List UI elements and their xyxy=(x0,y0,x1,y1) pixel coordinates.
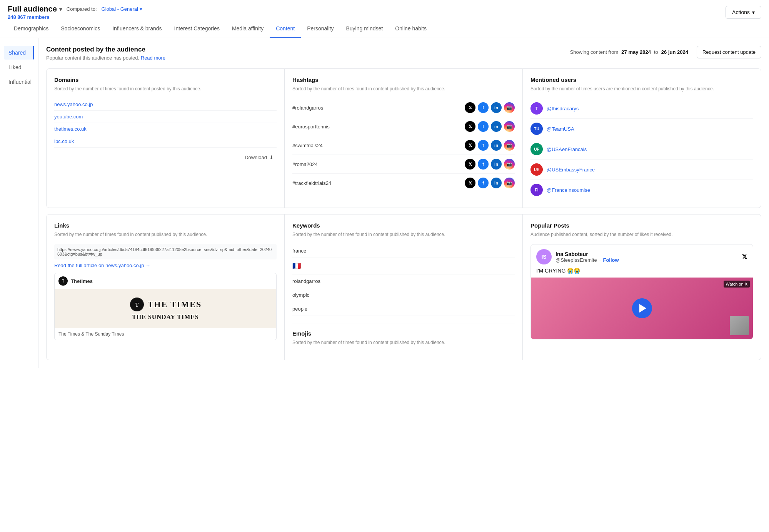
tab-content[interactable]: Content xyxy=(270,20,301,38)
keyword-text: france xyxy=(292,248,306,254)
facebook-icon[interactable]: f xyxy=(478,140,489,151)
tab-influencers-brands[interactable]: Influencers & brands xyxy=(106,20,168,38)
link-url: https://news.yahoo.co.jp/articles/dbc574… xyxy=(54,244,277,259)
content-sidebar: Shared Liked Influential xyxy=(0,38,38,368)
audience-chevron-icon: ▾ xyxy=(59,6,62,12)
tab-personality[interactable]: Personality xyxy=(301,20,340,38)
follow-button[interactable]: Follow xyxy=(603,257,619,263)
user-avatar: UF xyxy=(530,143,543,155)
user-handle-link[interactable]: @thisdracarys xyxy=(547,106,579,111)
hashtag-name: #eurosporttennis xyxy=(292,124,330,130)
hashtag-row: #eurosporttennis 𝕏 f in 📷 xyxy=(292,117,515,136)
user-handle-link[interactable]: @USEmbassyFrance xyxy=(547,167,595,173)
read-more-link[interactable]: Read more xyxy=(141,55,165,61)
mentioned-user-row: UE @USEmbassyFrance xyxy=(530,160,753,180)
instagram-icon[interactable]: 📷 xyxy=(504,178,515,188)
keyword-text: rolandgarros xyxy=(292,278,320,284)
popular-post-card: IS Ina Saboteur @SleepIssEremite · Follo… xyxy=(530,244,753,339)
twitter-icon[interactable]: 𝕏 xyxy=(465,121,475,132)
tab-demographics[interactable]: Demographics xyxy=(8,20,55,38)
mentioned-user-row: T @thisdracarys xyxy=(530,98,753,119)
hashtag-row: #swimtrials24 𝕏 f in 📷 xyxy=(292,136,515,155)
times-line2: THE SUNDAY TIMES xyxy=(62,314,269,321)
instagram-icon[interactable]: 📷 xyxy=(504,140,515,151)
emojis-title: Emojis xyxy=(292,330,515,337)
sidebar-item-liked[interactable]: Liked xyxy=(4,60,34,74)
linkedin-icon[interactable]: in xyxy=(491,121,502,132)
tab-socioeconomics[interactable]: Socioeconomics xyxy=(55,20,106,38)
audience-title[interactable]: Full audience ▾ xyxy=(8,5,62,13)
content-section-subtitle: Popular content this audience has posted… xyxy=(46,55,165,61)
facebook-icon[interactable]: f xyxy=(478,159,489,170)
user-avatar: FI xyxy=(530,184,543,196)
main-content: Content posted by the audience Popular c… xyxy=(38,38,769,368)
tab-buying-mindset[interactable]: Buying mindset xyxy=(340,20,389,38)
sidebar-item-shared[interactable]: Shared xyxy=(4,46,34,60)
twitter-icon[interactable]: 𝕏 xyxy=(465,159,475,170)
user-avatar: UE xyxy=(530,163,543,176)
instagram-icon[interactable]: 📷 xyxy=(504,159,515,170)
domain-link[interactable]: news.yahoo.co.jp xyxy=(54,98,277,111)
user-avatar: TU xyxy=(530,123,543,135)
post-name: Ina Saboteur xyxy=(555,251,619,257)
instagram-icon[interactable]: 📷 xyxy=(504,102,515,113)
linkedin-icon[interactable]: in xyxy=(491,102,502,113)
mentioned-users-title: Mentioned users xyxy=(530,76,753,83)
download-button[interactable]: Download ⬇ xyxy=(54,152,277,163)
post-text: I'M CRYING 😭😭 xyxy=(531,268,753,278)
request-content-update-button[interactable]: Request content update xyxy=(697,46,761,58)
twitter-icon[interactable]: 𝕏 xyxy=(465,178,475,188)
domains-desc: Sorted by the number of times found in c… xyxy=(54,85,277,92)
read-full-article-link[interactable]: Read the full article on news.yahoo.co.j… xyxy=(54,263,277,268)
member-count: 248 867 members xyxy=(8,14,142,20)
facebook-icon[interactable]: f xyxy=(478,178,489,188)
domain-link[interactable]: thetimes.co.uk xyxy=(54,123,277,135)
mentioned-user-row: TU @TeamUSA xyxy=(530,119,753,139)
linkedin-icon[interactable]: in xyxy=(491,178,502,188)
links-title: Links xyxy=(54,222,277,229)
hashtag-name: #roma2024 xyxy=(292,161,318,167)
popular-posts-title: Popular Posts xyxy=(530,222,753,229)
facebook-icon[interactable]: f xyxy=(478,102,489,113)
content-section-title: Content posted by the audience xyxy=(46,46,165,53)
user-handle-link[interactable]: @USAenFrancais xyxy=(547,146,587,152)
tab-interest-categories[interactable]: Interest Categories xyxy=(168,20,226,38)
keyword-item: france xyxy=(292,244,515,258)
svg-text:T: T xyxy=(135,302,139,308)
hashtag-row: #roma2024 𝕏 f in 📷 xyxy=(292,155,515,174)
hashtag-name: #rolandgarros xyxy=(292,105,323,111)
linkedin-icon[interactable]: in xyxy=(491,159,502,170)
keywords-section: Keywords Sorted by the number of times f… xyxy=(285,214,523,360)
flag-emoji: 🇫🇷 xyxy=(292,262,301,270)
domains-title: Domains xyxy=(54,76,277,83)
twitter-icon[interactable]: 𝕏 xyxy=(465,102,475,113)
download-icon: ⬇ xyxy=(269,155,274,160)
post-user: IS Ina Saboteur @SleepIssEremite · Follo… xyxy=(536,249,619,264)
play-button[interactable] xyxy=(632,298,652,318)
domain-link[interactable]: youtube.com xyxy=(54,111,277,123)
user-handle-link[interactable]: @FranceInsoumise xyxy=(547,187,590,193)
keywords-title: Keywords xyxy=(292,222,515,229)
links-desc: Sorted by the number of times found in c… xyxy=(54,231,277,238)
keywords-desc: Sorted by the number of times found in c… xyxy=(292,231,515,238)
mentioned-users-desc: Sorted by the number of times users are … xyxy=(530,85,753,92)
domain-link[interactable]: lbc.co.uk xyxy=(54,135,277,148)
popular-posts-desc: Audience published content, sorted by th… xyxy=(530,231,753,238)
facebook-icon[interactable]: f xyxy=(478,121,489,132)
tab-media-affinity[interactable]: Media affinity xyxy=(226,20,270,38)
linkedin-icon[interactable]: in xyxy=(491,140,502,151)
sidebar-item-influential[interactable]: Influential xyxy=(4,75,34,89)
keyword-item: olympic xyxy=(292,288,515,302)
compared-to-link[interactable]: Global - General ▾ xyxy=(102,6,142,12)
chevron-down-icon: ▾ xyxy=(140,6,142,12)
mentioned-users-section: Mentioned users Sorted by the number of … xyxy=(523,69,761,208)
domains-section: Domains Sorted by the number of times fo… xyxy=(47,69,285,208)
actions-button[interactable]: Actions ▾ xyxy=(726,6,761,19)
tab-online-habits[interactable]: Online habits xyxy=(389,20,433,38)
keyword-text: olympic xyxy=(292,292,309,298)
user-handle-link[interactable]: @TeamUSA xyxy=(547,126,574,132)
user-avatar: T xyxy=(530,102,543,115)
watch-on-x-label: Watch on X xyxy=(724,281,750,288)
instagram-icon[interactable]: 📷 xyxy=(504,121,515,132)
twitter-icon[interactable]: 𝕏 xyxy=(465,140,475,151)
